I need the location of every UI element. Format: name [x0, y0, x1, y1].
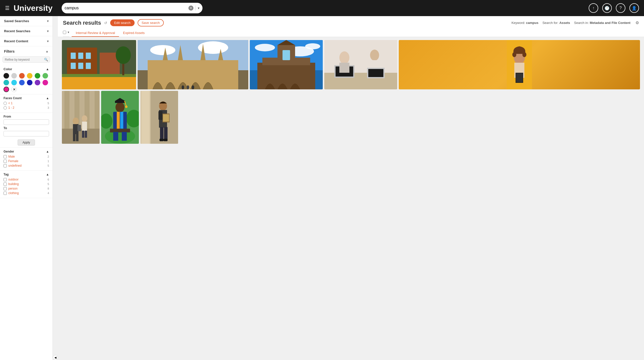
- content-settings-button[interactable]: ⚙: [635, 20, 639, 25]
- faces-1-2-label[interactable]: 1 - 2: [4, 106, 14, 110]
- search-dropdown-button[interactable]: ▾: [198, 6, 199, 10]
- save-search-button[interactable]: Save search: [138, 19, 164, 26]
- color-swatch-lightblue[interactable]: [11, 80, 17, 85]
- filters-chevron[interactable]: ▲: [46, 50, 49, 53]
- content-area: Search results ↺ Edit search Save search…: [58, 16, 644, 360]
- from-label: From: [4, 115, 49, 118]
- select-dropdown-button[interactable]: ▾: [68, 30, 69, 34]
- svg-rect-67: [82, 131, 84, 138]
- color-swatch-pink-active[interactable]: [4, 87, 9, 92]
- saved-searches-section[interactable]: Saved Searches ▾: [0, 16, 53, 26]
- color-clear-swatch[interactable]: ✕: [11, 87, 17, 92]
- tag-person-checkbox[interactable]: [4, 187, 7, 190]
- svg-rect-81: [110, 129, 130, 132]
- to-date-input[interactable]: [4, 131, 49, 136]
- color-swatch-darkblue[interactable]: [27, 80, 32, 85]
- refresh-button[interactable]: ↺: [104, 21, 107, 25]
- search-for-value: Assets: [559, 21, 570, 25]
- filters-header: Filters ▲: [0, 46, 53, 55]
- upload-button[interactable]: ↑: [589, 3, 598, 13]
- faces-count-label: Faces Count: [4, 96, 22, 100]
- tag-building-label[interactable]: building: [4, 182, 19, 186]
- faces-1-2-row: 1 - 2 3: [4, 106, 49, 110]
- content-header-top: Search results ↺ Edit search Save search…: [63, 19, 639, 26]
- date-filter-section: From To Apply: [0, 113, 53, 148]
- svg-rect-66: [82, 122, 87, 131]
- gender-female-checkbox[interactable]: [4, 160, 7, 163]
- gender-male-label[interactable]: Male: [4, 155, 15, 158]
- image-thumb-2[interactable]: [138, 40, 248, 89]
- edit-search-button[interactable]: Edit search: [110, 19, 135, 26]
- svg-rect-9: [78, 63, 83, 69]
- tag-outdoor-label[interactable]: outdoor: [4, 178, 19, 181]
- image-thumb-6[interactable]: [62, 91, 100, 144]
- recent-content-section[interactable]: Recent Content ▾: [0, 36, 53, 46]
- tab-expired-assets[interactable]: Expired Assets: [119, 29, 149, 37]
- color-swatch-blue[interactable]: [19, 80, 25, 85]
- faces-lt1-label[interactable]: < 1: [4, 101, 13, 105]
- gender-undefined-label[interactable]: undefined: [4, 164, 22, 167]
- image-thumb-8[interactable]: [140, 91, 178, 144]
- date-apply-button[interactable]: Apply: [18, 139, 35, 146]
- color-swatch-yellow[interactable]: [27, 73, 32, 79]
- tag-clothing-label[interactable]: clothing: [4, 191, 19, 195]
- recent-searches-chevron: ▾: [47, 29, 49, 33]
- gender-header[interactable]: Gender ▲: [4, 150, 49, 153]
- color-chevron[interactable]: ▲: [46, 67, 49, 71]
- svg-rect-94: [164, 127, 168, 140]
- page-title: Search results: [63, 20, 101, 26]
- tag-building-text: building: [8, 182, 19, 186]
- color-swatch-teal[interactable]: [4, 80, 9, 85]
- tag-outdoor-checkbox[interactable]: [4, 178, 7, 181]
- svg-rect-31: [257, 63, 315, 89]
- tag-person-row: person 8: [4, 187, 49, 190]
- gender-male-checkbox[interactable]: [4, 155, 7, 158]
- gender-undefined-checkbox[interactable]: [4, 164, 7, 167]
- gender-female-label[interactable]: Female: [4, 159, 18, 163]
- recent-searches-section[interactable]: Recent Searches ▾: [0, 26, 53, 36]
- svg-rect-64: [77, 125, 81, 131]
- tag-person-label[interactable]: person: [4, 187, 18, 190]
- tab-internal-review[interactable]: Internal Review & Approval: [72, 29, 119, 37]
- from-date-input[interactable]: [4, 119, 49, 125]
- tag-header[interactable]: Tag ▲: [4, 173, 49, 176]
- color-swatch-green[interactable]: [35, 73, 40, 79]
- faces-lt1-count: 5: [48, 102, 49, 105]
- filters-label: Filters: [4, 49, 15, 53]
- image-thumb-1[interactable]: [62, 40, 136, 89]
- color-swatch-black[interactable]: [4, 73, 9, 79]
- gender-label: Gender: [4, 150, 14, 153]
- select-all-checkbox[interactable]: [63, 31, 66, 34]
- faces-lt1-radio[interactable]: [4, 102, 7, 105]
- sidebar-collapse-button[interactable]: ◀: [53, 355, 58, 360]
- svg-rect-5: [71, 53, 76, 59]
- svg-rect-82: [113, 132, 118, 141]
- color-swatch-orange[interactable]: [19, 73, 25, 79]
- search-input[interactable]: [65, 6, 186, 10]
- image-thumb-4[interactable]: [324, 40, 397, 89]
- faces-count-header[interactable]: Faces Count ▲: [4, 96, 49, 100]
- tag-clothing-count: 4: [48, 192, 49, 195]
- help-button[interactable]: ?: [616, 3, 625, 13]
- image-thumb-7[interactable]: [101, 91, 139, 144]
- svg-rect-62: [73, 134, 75, 141]
- image-thumb-5[interactable]: [399, 40, 640, 89]
- faces-1-2-radio[interactable]: [4, 106, 7, 110]
- color-swatch-lightgreen[interactable]: [43, 73, 48, 79]
- color-swatch-purple[interactable]: [35, 80, 40, 85]
- image-thumb-3[interactable]: [250, 40, 323, 89]
- user-button[interactable]: 👤: [629, 3, 639, 13]
- history-button[interactable]: 🕐: [602, 3, 612, 13]
- main-wrapper: Saved Searches ▾ Recent Searches ▾ Recen…: [0, 16, 644, 360]
- svg-rect-83: [122, 132, 127, 141]
- color-swatch-lightgray[interactable]: [11, 73, 17, 79]
- menu-icon[interactable]: ☰: [5, 5, 10, 11]
- tag-building-checkbox[interactable]: [4, 183, 7, 186]
- filter-keyword-input[interactable]: [5, 58, 43, 61]
- search-clear-button[interactable]: ✕: [188, 6, 193, 11]
- color-label: Color: [4, 67, 12, 71]
- recent-content-label: Recent Content: [4, 39, 28, 43]
- tag-clothing-checkbox[interactable]: [4, 192, 7, 195]
- svg-point-28: [255, 44, 275, 51]
- color-swatch-magenta[interactable]: [43, 80, 48, 85]
